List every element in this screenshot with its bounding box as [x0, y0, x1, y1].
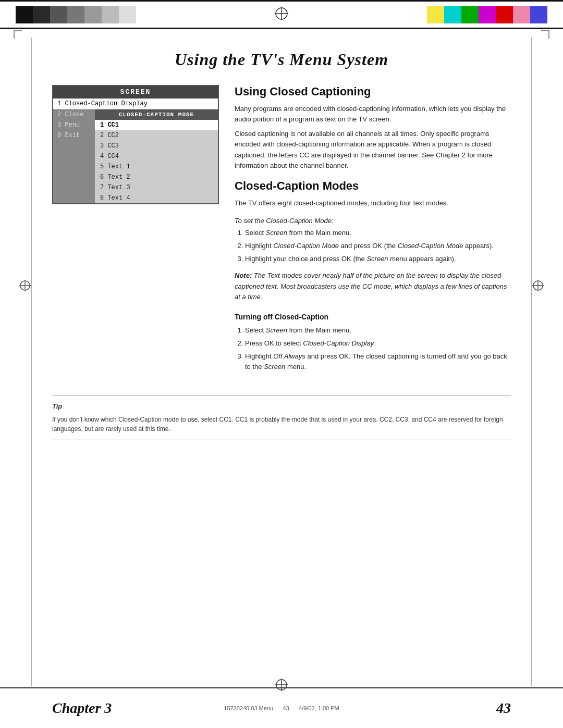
- screen-menu-left-nav: 2 Close 3 Menu 0 Exit: [53, 109, 95, 203]
- left-color-blocks: [16, 6, 136, 23]
- note-block: Note: The Text modes cover nearly half o…: [235, 270, 511, 302]
- submenu-item-cc3: 3 CC3: [95, 141, 218, 151]
- screen-menu-highlighted-item: 1 Closed-Caption Display: [53, 98, 218, 109]
- turning-off-title: Turning off Closed-Caption: [235, 313, 511, 321]
- footer-doc-info: 15720240.03 Menu 43 4/9/02, 1:00 PM: [224, 705, 339, 711]
- tip-section: Tip If you don't know which Closed-Capti…: [52, 396, 511, 439]
- cc-modes-title: Closed-Caption Modes: [235, 179, 511, 193]
- to-set-label: To set the Closed-Caption Mode:: [235, 217, 511, 225]
- right-color-blocks: [427, 6, 547, 23]
- tip-label: Tip: [52, 401, 511, 412]
- cc-modes-steps: Select Screen from the Main menu. Highli…: [245, 228, 511, 264]
- submenu-item-cc2: 2 CC2: [95, 130, 218, 141]
- submenu-item-cc4: 4 CC4: [95, 151, 218, 162]
- screen-menu-left-item-exit: 0 Exit: [53, 130, 95, 141]
- footer-chapter: Chapter 3: [52, 700, 112, 717]
- submenu-title: CLOSED-CAPTION MODE: [95, 109, 218, 120]
- submenu-item-text1: 5 Text 1: [95, 162, 218, 172]
- cc-modes-intro: The TV offers eight closed-captioned mod…: [235, 198, 511, 208]
- screen-menu-left-item-menu: 3 Menu: [53, 120, 95, 130]
- turning-off-steps: Select Screen from the Main menu. Press …: [245, 325, 511, 373]
- using-cc-body: Many programs are encoded with closed-ca…: [235, 104, 511, 171]
- screen-menu-left-item-close: 2 Close: [53, 109, 95, 120]
- screen-menu-title: SCREEN: [53, 86, 218, 98]
- using-cc-title: Using Closed Captioning: [235, 85, 511, 98]
- left-margin-crosshair: [19, 279, 31, 294]
- page-title: Using the TV's Menu System: [52, 50, 511, 69]
- tip-text: If you don't know which Closed-Caption m…: [52, 415, 511, 434]
- footer-page-number: 43: [496, 700, 511, 717]
- screen-menu: SCREEN 1 Closed-Caption Display 2 Close …: [52, 85, 219, 204]
- top-crosshair: [274, 6, 289, 23]
- submenu-item-cc1: 1 CC1: [95, 120, 218, 130]
- submenu-item-text3: 7 Text 3: [95, 182, 218, 193]
- right-margin-crosshair: [532, 279, 544, 294]
- footer: Chapter 3 15720240.03 Menu 43 4/9/02, 1:…: [0, 687, 563, 728]
- closed-caption-submenu: CLOSED-CAPTION MODE 1 CC1 2 CC2 3 CC3 4 …: [95, 109, 218, 203]
- submenu-item-text2: 6 Text 2: [95, 172, 218, 182]
- submenu-item-text4: 8 Text 4: [95, 193, 218, 203]
